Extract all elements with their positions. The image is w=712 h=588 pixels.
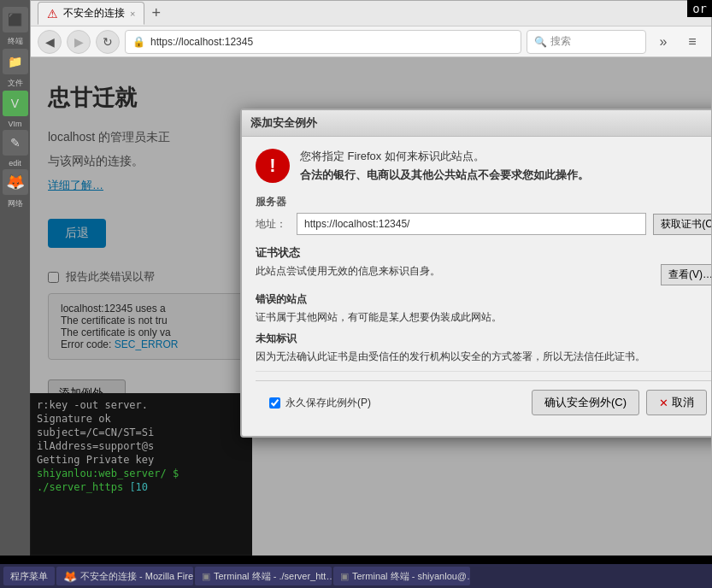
edit-icon[interactable]: ✎ (3, 130, 28, 156)
error-site-title: 错误的站点 (256, 292, 711, 307)
address-url-text: https://localhost:12345 (150, 36, 253, 48)
search-icon: 🔍 (534, 36, 547, 48)
active-tab[interactable]: ⚠ 不安全的连接 × (38, 2, 144, 25)
modal-footer: 永久保存此例外(P) 确认安全例外(C) ✕ 取消 (256, 380, 711, 424)
tab-close-button[interactable]: × (130, 9, 135, 19)
firefox-taskbar-icon: 🦊 (63, 570, 77, 583)
tab-title: 不安全的连接 (63, 6, 125, 21)
terminal1-taskbar-icon: ▣ (202, 571, 210, 582)
modal-body: ! 您将指定 Firefox 如何来标识此站点。 合法的银行、电商以及其他公共站… (242, 137, 711, 436)
refresh-button[interactable]: ↻ (96, 30, 120, 54)
security-lock-icon: 🔒 (132, 36, 145, 48)
warning-icon: ! (256, 149, 290, 183)
search-bar[interactable]: 🔍 搜索 (527, 30, 646, 54)
left-sidebar: ⬛ 终端 📁 文件 V VIm ✎ edit 🦊 网络 (0, 0, 30, 556)
modal-header-line2: 合法的银行、电商以及其他公共站点不会要求您如此操作。 (300, 168, 589, 183)
browser-content: 忠甘迁就 localhost 的管理员未正 与该网站的连接。 详细了解… 后退 … (31, 57, 711, 555)
permanent-label: 永久保存此例外(P) (285, 396, 371, 410)
modal-title: 添加安全例外 (250, 115, 317, 131)
address-label: 地址： (256, 217, 290, 232)
terminal2-taskbar-icon: ▣ (340, 571, 349, 582)
browser-titlebar: ⚠ 不安全的连接 × + (31, 1, 711, 26)
cancel-button[interactable]: ✕ 取消 (646, 390, 707, 415)
server-section-label: 服务器 (256, 195, 711, 209)
modal-overlay: 添加安全例外 ✕ ! 您将指定 Firefox 如何来标识此站点。 合法的银行、… (31, 57, 711, 555)
taskbar-menu-button[interactable]: 程序菜单 (3, 567, 55, 585)
get-certificate-button[interactable]: 获取证书(C (653, 214, 711, 235)
taskbar-firefox-label: 不安全的连接 - Mozilla Firefox (80, 570, 193, 583)
browser-toolbar: ◀ ▶ ↻ 🔒 https://localhost:12345 🔍 搜索 » ≡ (31, 26, 711, 57)
modal-header-text: 您将指定 Firefox 如何来标识此站点。 合法的银行、电商以及其他公共站点不… (300, 149, 589, 183)
taskbar-terminal1-label: Terminal 终端 - ./server_htt… (214, 570, 332, 583)
firefox-icon[interactable]: 🦊 (3, 169, 28, 195)
new-tab-button[interactable]: + (151, 4, 161, 22)
cert-status-title: 证书状态 (256, 245, 711, 261)
taskbar: 程序菜单 🦊 不安全的连接 - Mozilla Firefox ▣ Termin… (0, 564, 712, 588)
terminal-icon[interactable]: ⬛ (3, 7, 28, 32)
tab-warning-icon: ⚠ (47, 7, 58, 21)
vim-icon[interactable]: V (3, 91, 28, 116)
search-placeholder: 搜索 (550, 34, 571, 49)
taskbar-firefox-item[interactable]: 🦊 不安全的连接 - Mozilla Firefox (56, 567, 193, 585)
cancel-icon: ✕ (659, 397, 668, 409)
taskbar-terminal1-item[interactable]: ▣ Terminal 终端 - ./server_htt… (195, 567, 332, 585)
confirm-button[interactable]: 确认安全例外(C) (532, 390, 639, 415)
address-bar[interactable]: 🔒 https://localhost:12345 (125, 30, 521, 54)
back-button[interactable]: ◀ (38, 30, 62, 54)
unrecognized-text: 因为无法确认此证书是由受信任的发行机构以安全的方式签署，所以无法信任此证书。 (256, 350, 711, 364)
cert-status-text: 此站点尝试使用无效的信息来标识自身。 (256, 264, 661, 279)
permanent-checkbox[interactable] (269, 397, 280, 409)
files-icon[interactable]: 📁 (3, 49, 28, 74)
cancel-label: 取消 (672, 395, 694, 410)
taskbar-terminal2-item[interactable]: ▣ Terminal 终端 - shiyanlou@… (333, 567, 470, 585)
permanent-checkbox-row[interactable]: 永久保存此例外(P) (269, 396, 371, 410)
top-right-text: or (687, 0, 712, 17)
error-site-text: 证书属于其他网站，有可能是某人想要伪装成此网站。 (256, 310, 711, 325)
overflow-button[interactable]: » (651, 30, 675, 54)
browser-window: ⚠ 不安全的连接 × + ◀ ▶ ↻ 🔒 https://localhost:1… (30, 0, 712, 556)
forward-button[interactable]: ▶ (67, 30, 91, 54)
server-address-row: 地址： 获取证书(C (256, 213, 711, 235)
add-security-exception-dialog: 添加安全例外 ✕ ! 您将指定 Firefox 如何来标识此站点。 合法的银行、… (240, 109, 711, 438)
modal-header-row: ! 您将指定 Firefox 如何来标识此站点。 合法的银行、电商以及其他公共站… (256, 149, 711, 183)
tab-bar: ⚠ 不安全的连接 × + (38, 2, 161, 25)
unrecognized-title: 未知标识 (256, 332, 711, 346)
address-input[interactable] (297, 213, 646, 235)
view-cert-button[interactable]: 查看(V)… (661, 264, 711, 285)
modal-header-line1: 您将指定 Firefox 如何来标识此站点。 (300, 149, 589, 164)
menu-button[interactable]: ≡ (680, 30, 704, 54)
modal-titlebar: 添加安全例外 ✕ (242, 110, 711, 137)
taskbar-terminal2-label: Terminal 终端 - shiyanlou@… (352, 570, 470, 583)
